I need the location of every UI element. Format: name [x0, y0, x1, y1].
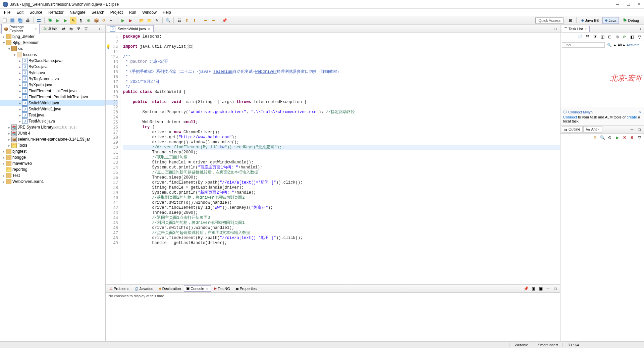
edit-icon[interactable]: ✎	[154, 17, 160, 24]
menu-project[interactable]: Project	[108, 9, 125, 15]
debug-icon[interactable]: 🪲	[47, 17, 53, 24]
open-perspective-icon[interactable]: ⊞	[567, 17, 574, 24]
tree-java-file[interactable]: ▸JFindElement_LinkText.java	[0, 88, 105, 94]
tree-jre[interactable]: ▸📚JRE System Library [jdk1.8.0_181]	[0, 124, 105, 130]
close-button[interactable]: ✕	[637, 2, 641, 7]
tree-java-file[interactable]: ▸JByXpath.java	[0, 82, 105, 88]
run-target-icon[interactable]: ▶	[614, 134, 621, 141]
tab-outline[interactable]: ☷ Outline	[562, 126, 583, 133]
print-icon[interactable]: 🖶	[24, 17, 31, 24]
editor-tab[interactable]: JSwitchWinId.java×	[107, 25, 154, 32]
menu-window[interactable]: Window	[140, 9, 159, 15]
menu-refactor[interactable]: Refactor	[46, 9, 66, 15]
menu-file[interactable]: File	[1, 9, 13, 15]
tab-junit[interactable]: JuJUnit	[41, 26, 59, 32]
minimize-icon[interactable]: ─	[629, 26, 635, 32]
link-editor-icon[interactable]: ⇆	[68, 26, 74, 32]
project-tree[interactable]: ▸bjhg_JMeter ▾Bjhg_Selenium ▾src ▾lesson…	[0, 33, 105, 341]
minimize-icon[interactable]: ─	[545, 285, 551, 292]
category-icon[interactable]: ☷	[584, 34, 591, 40]
tab-problems[interactable]: ⚠Problems	[107, 285, 131, 292]
maximize-button[interactable]: ☐	[626, 2, 631, 7]
tree-project[interactable]: ▸hongge	[0, 154, 105, 160]
filter-icon[interactable]: ⧩	[75, 26, 82, 32]
tree-folder[interactable]: 📁reportng	[0, 166, 105, 172]
collapse-all-icon[interactable]: ⇄	[60, 26, 67, 32]
collapse-icon[interactable]: ⊟	[606, 34, 613, 40]
new-icon[interactable]	[1, 17, 8, 24]
maximize-icon[interactable]: □	[552, 285, 559, 292]
tab-properties[interactable]: ☰Properties	[233, 285, 259, 292]
perspective-javaee[interactable]: ◆Java EE	[579, 17, 601, 24]
tab-declaration[interactable]: ◆Declaration	[156, 285, 183, 292]
menu-edit[interactable]: Edit	[14, 9, 26, 15]
search-icon[interactable]: 🔍	[165, 17, 171, 24]
open-file-icon[interactable]: 📁	[146, 17, 153, 24]
code-editor[interactable]: package lessons; import java.util.ArrayL…	[120, 33, 560, 284]
minimize-button[interactable]: ─	[615, 2, 620, 7]
find-input[interactable]	[562, 42, 605, 48]
focus-icon[interactable]: ⊕	[614, 34, 621, 40]
create-link[interactable]: create	[627, 115, 637, 119]
tree-java-file[interactable]: ▸JFindElement_PartialLinkText.java	[0, 94, 105, 100]
coverage-icon[interactable]: ▶	[62, 17, 69, 24]
outline-icon[interactable]: ☷	[176, 17, 182, 24]
tab-package-explorer[interactable]: 📦Package Explorer×	[1, 24, 40, 34]
bookmark-icon[interactable]: ⋯	[108, 17, 115, 24]
close-icon[interactable]: ×	[639, 110, 641, 114]
history-icon[interactable]: ⟳	[101, 17, 107, 24]
tree-java-file[interactable]: ▸JById.java	[0, 70, 105, 76]
minimize-icon[interactable]: ─	[629, 126, 635, 133]
tree-project[interactable]: ▸Test	[0, 172, 105, 179]
hide-icon[interactable]: ◧	[629, 34, 635, 40]
menu-navigate[interactable]: Navigate	[67, 9, 88, 15]
menu-help[interactable]: Help	[160, 9, 174, 15]
minimize-icon[interactable]: ─	[90, 26, 97, 32]
tab-javadoc[interactable]: @Javadoc	[132, 286, 155, 292]
close-icon[interactable]: ×	[584, 27, 587, 31]
menu-run[interactable]: Run	[126, 9, 139, 15]
presentation-icon[interactable]: ◫	[599, 34, 606, 40]
all-link[interactable]: All	[618, 43, 622, 47]
tree-project[interactable]: ▾Bjhg_Selenium	[0, 40, 105, 46]
tree-project[interactable]: ▸mavenweb	[0, 160, 105, 166]
hide-internal-icon[interactable]: ⊘	[606, 134, 613, 141]
new-task-icon[interactable]: 📄	[577, 34, 584, 40]
perspective-debug[interactable]: 🪲Debug	[620, 17, 641, 24]
add-build-icon[interactable]: ⊕	[592, 134, 598, 141]
tree-package[interactable]: ▾lessons	[0, 52, 105, 58]
back-icon[interactable]: ⬅	[202, 17, 209, 24]
line-gutter[interactable]: 12💡 3⊕1112⊖13141516171819202122232425262…	[106, 33, 120, 284]
tree-java-file[interactable]: ▸JSwitchWinId.java	[0, 100, 105, 106]
run-icon[interactable]: ▶	[54, 17, 61, 24]
remove-all-icon[interactable]: ✖	[629, 134, 635, 141]
pin-icon[interactable]: 📌	[221, 17, 228, 24]
search-build-icon[interactable]: 🔍	[599, 134, 606, 141]
view-menu-icon[interactable]: ▽	[636, 34, 643, 40]
open-console-icon[interactable]: ▣	[537, 285, 544, 292]
close-icon[interactable]: ×	[34, 27, 37, 31]
tree-project[interactable]: ▸bjhgtest	[0, 148, 105, 154]
tree-java-file[interactable]: ▸JTestMusic.java	[0, 118, 105, 124]
tab-testng[interactable]: ▶TestNG	[212, 285, 232, 292]
tab-tasklist[interactable]: ☰Task List×	[562, 26, 590, 32]
close-icon[interactable]: ×	[147, 27, 151, 31]
connect-link[interactable]: Connect	[563, 115, 577, 119]
close-icon[interactable]: ×	[205, 287, 209, 291]
maximize-icon[interactable]: □	[636, 26, 643, 32]
quick-access-input[interactable]: Quick Access	[535, 17, 564, 23]
activate-link[interactable]: Activate...	[627, 43, 643, 47]
sync-icon[interactable]: ⟳	[621, 34, 628, 40]
tree-project[interactable]: ▸WebDriverLearn1	[0, 179, 105, 185]
minimize-icon[interactable]: ─	[545, 26, 551, 32]
forward-icon[interactable]: ➡	[210, 17, 217, 24]
open-folder-icon[interactable]: 📂	[138, 17, 145, 24]
tab-ant[interactable]: 🐜 Ant×	[583, 126, 602, 133]
ext-tools-icon[interactable]: ▶	[127, 17, 134, 24]
new-package-icon[interactable]: 📦	[93, 17, 100, 24]
save-all-icon[interactable]	[17, 17, 23, 24]
maximize-icon[interactable]: □	[97, 26, 104, 32]
tab-console[interactable]: ▣Console×	[184, 285, 211, 292]
perspective-java[interactable]: ◆Java	[602, 17, 619, 24]
tree-folder[interactable]: ▸📁Tools	[0, 142, 105, 148]
